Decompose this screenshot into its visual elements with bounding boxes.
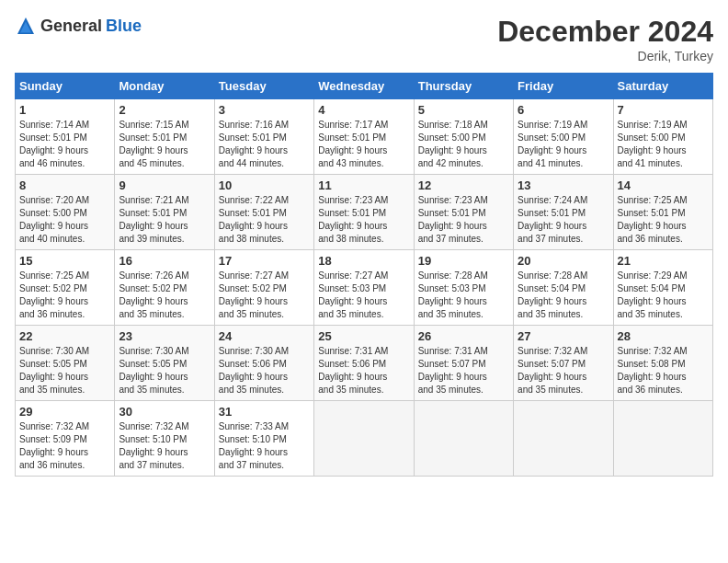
day-number: 5 (418, 103, 509, 117)
calendar-cell: 18Sunrise: 7:27 AM Sunset: 5:03 PM Dayli… (314, 250, 414, 326)
calendar-cell: 23Sunrise: 7:30 AM Sunset: 5:05 PM Dayli… (115, 326, 214, 401)
calendar-cell: 28Sunrise: 7:32 AM Sunset: 5:08 PM Dayli… (613, 326, 712, 401)
calendar-cell: 16Sunrise: 7:26 AM Sunset: 5:02 PM Dayli… (115, 250, 214, 326)
calendar-week-row: 29Sunrise: 7:32 AM Sunset: 5:09 PM Dayli… (16, 401, 713, 477)
calendar-cell: 24Sunrise: 7:30 AM Sunset: 5:06 PM Dayli… (214, 326, 313, 401)
weekday-header-thursday: Thursday (414, 74, 513, 99)
location-title: Derik, Turkey (497, 49, 713, 63)
weekday-header-friday: Friday (514, 74, 613, 99)
day-info: Sunrise: 7:32 AM Sunset: 5:07 PM Dayligh… (518, 345, 609, 396)
day-number: 4 (318, 103, 409, 117)
calendar-body: 1Sunrise: 7:14 AM Sunset: 5:01 PM Daylig… (16, 99, 713, 477)
day-info: Sunrise: 7:21 AM Sunset: 5:01 PM Dayligh… (119, 194, 210, 246)
day-number: 7 (618, 103, 709, 117)
calendar-cell: 29Sunrise: 7:32 AM Sunset: 5:09 PM Dayli… (16, 401, 115, 477)
day-number: 20 (518, 254, 609, 268)
day-number: 6 (518, 103, 609, 117)
day-info: Sunrise: 7:30 AM Sunset: 5:05 PM Dayligh… (119, 345, 210, 396)
weekday-header-tuesday: Tuesday (214, 74, 313, 99)
calendar-cell: 6Sunrise: 7:19 AM Sunset: 5:00 PM Daylig… (514, 99, 613, 175)
calendar-week-row: 15Sunrise: 7:25 AM Sunset: 5:02 PM Dayli… (16, 250, 713, 326)
day-number: 10 (219, 178, 310, 192)
day-info: Sunrise: 7:26 AM Sunset: 5:02 PM Dayligh… (119, 270, 210, 321)
logo-icon (15, 15, 37, 37)
calendar-cell: 21Sunrise: 7:29 AM Sunset: 5:04 PM Dayli… (613, 250, 712, 326)
day-number: 15 (19, 254, 110, 268)
calendar-cell: 15Sunrise: 7:25 AM Sunset: 5:02 PM Dayli… (16, 250, 115, 326)
day-number: 30 (119, 405, 210, 419)
day-info: Sunrise: 7:17 AM Sunset: 5:01 PM Dayligh… (318, 119, 409, 170)
day-info: Sunrise: 7:19 AM Sunset: 5:00 PM Dayligh… (618, 119, 709, 170)
calendar-cell: 7Sunrise: 7:19 AM Sunset: 5:00 PM Daylig… (613, 99, 712, 175)
day-number: 29 (19, 405, 110, 419)
calendar-cell: 19Sunrise: 7:28 AM Sunset: 5:03 PM Dayli… (414, 250, 513, 326)
calendar-cell: 20Sunrise: 7:28 AM Sunset: 5:04 PM Dayli… (514, 250, 613, 326)
calendar-cell (414, 401, 513, 477)
calendar-week-row: 8Sunrise: 7:20 AM Sunset: 5:00 PM Daylig… (16, 175, 713, 250)
logo-general: General (40, 17, 102, 36)
calendar-table: SundayMondayTuesdayWednesdayThursdayFrid… (15, 73, 713, 477)
day-info: Sunrise: 7:20 AM Sunset: 5:00 PM Dayligh… (19, 194, 110, 246)
day-number: 24 (219, 329, 310, 343)
calendar-cell: 22Sunrise: 7:30 AM Sunset: 5:05 PM Dayli… (16, 326, 115, 401)
day-number: 21 (618, 254, 709, 268)
day-number: 18 (318, 254, 409, 268)
calendar-cell: 12Sunrise: 7:23 AM Sunset: 5:01 PM Dayli… (414, 175, 513, 250)
calendar-cell (314, 401, 414, 477)
day-number: 31 (219, 405, 310, 419)
weekday-header-wednesday: Wednesday (314, 74, 414, 99)
day-info: Sunrise: 7:24 AM Sunset: 5:01 PM Dayligh… (518, 194, 609, 246)
calendar-week-row: 1Sunrise: 7:14 AM Sunset: 5:01 PM Daylig… (16, 99, 713, 175)
calendar-cell (613, 401, 712, 477)
calendar-cell: 13Sunrise: 7:24 AM Sunset: 5:01 PM Dayli… (514, 175, 613, 250)
calendar-cell: 30Sunrise: 7:32 AM Sunset: 5:10 PM Dayli… (115, 401, 214, 477)
day-number: 25 (318, 329, 409, 343)
day-info: Sunrise: 7:15 AM Sunset: 5:01 PM Dayligh… (119, 119, 210, 170)
calendar-cell: 31Sunrise: 7:33 AM Sunset: 5:10 PM Dayli… (214, 401, 313, 477)
calendar-week-row: 22Sunrise: 7:30 AM Sunset: 5:05 PM Dayli… (16, 326, 713, 401)
calendar-cell: 4Sunrise: 7:17 AM Sunset: 5:01 PM Daylig… (314, 99, 414, 175)
day-info: Sunrise: 7:31 AM Sunset: 5:07 PM Dayligh… (418, 345, 509, 396)
calendar-cell: 5Sunrise: 7:18 AM Sunset: 5:00 PM Daylig… (414, 99, 513, 175)
month-title: December 2024 (497, 15, 713, 49)
day-info: Sunrise: 7:30 AM Sunset: 5:06 PM Dayligh… (219, 345, 310, 396)
day-info: Sunrise: 7:23 AM Sunset: 5:01 PM Dayligh… (318, 194, 409, 246)
calendar-cell (514, 401, 613, 477)
day-info: Sunrise: 7:14 AM Sunset: 5:01 PM Dayligh… (19, 119, 110, 170)
calendar-cell: 14Sunrise: 7:25 AM Sunset: 5:01 PM Dayli… (613, 175, 712, 250)
day-info: Sunrise: 7:29 AM Sunset: 5:04 PM Dayligh… (618, 270, 709, 321)
day-number: 22 (19, 329, 110, 343)
day-info: Sunrise: 7:30 AM Sunset: 5:05 PM Dayligh… (19, 345, 110, 396)
day-number: 11 (318, 178, 409, 192)
calendar-cell: 27Sunrise: 7:32 AM Sunset: 5:07 PM Dayli… (514, 326, 613, 401)
calendar-cell: 1Sunrise: 7:14 AM Sunset: 5:01 PM Daylig… (16, 99, 115, 175)
day-number: 26 (418, 329, 509, 343)
logo-blue: Blue (106, 17, 142, 36)
calendar-header-row: SundayMondayTuesdayWednesdayThursdayFrid… (16, 74, 713, 99)
day-info: Sunrise: 7:25 AM Sunset: 5:02 PM Dayligh… (19, 270, 110, 321)
day-number: 14 (618, 178, 709, 192)
calendar-cell: 2Sunrise: 7:15 AM Sunset: 5:01 PM Daylig… (115, 99, 214, 175)
day-info: Sunrise: 7:25 AM Sunset: 5:01 PM Dayligh… (618, 194, 709, 246)
day-info: Sunrise: 7:16 AM Sunset: 5:01 PM Dayligh… (219, 119, 310, 170)
day-number: 23 (119, 329, 210, 343)
weekday-header-monday: Monday (115, 74, 214, 99)
day-info: Sunrise: 7:22 AM Sunset: 5:01 PM Dayligh… (219, 194, 310, 246)
day-number: 8 (19, 178, 110, 192)
calendar-cell: 3Sunrise: 7:16 AM Sunset: 5:01 PM Daylig… (214, 99, 313, 175)
day-number: 27 (518, 329, 609, 343)
calendar-cell: 17Sunrise: 7:27 AM Sunset: 5:02 PM Dayli… (214, 250, 313, 326)
day-number: 16 (119, 254, 210, 268)
day-info: Sunrise: 7:18 AM Sunset: 5:00 PM Dayligh… (418, 119, 509, 170)
day-number: 13 (518, 178, 609, 192)
logo: GeneralBlue (15, 15, 142, 37)
day-info: Sunrise: 7:32 AM Sunset: 5:10 PM Dayligh… (119, 420, 210, 472)
day-info: Sunrise: 7:23 AM Sunset: 5:01 PM Dayligh… (418, 194, 509, 246)
page-header: GeneralBlue December 2024 Derik, Turkey (15, 15, 713, 63)
day-info: Sunrise: 7:19 AM Sunset: 5:00 PM Dayligh… (518, 119, 609, 170)
day-info: Sunrise: 7:33 AM Sunset: 5:10 PM Dayligh… (219, 420, 310, 472)
day-number: 19 (418, 254, 509, 268)
calendar-cell: 10Sunrise: 7:22 AM Sunset: 5:01 PM Dayli… (214, 175, 313, 250)
calendar-cell: 11Sunrise: 7:23 AM Sunset: 5:01 PM Dayli… (314, 175, 414, 250)
calendar-cell: 8Sunrise: 7:20 AM Sunset: 5:00 PM Daylig… (16, 175, 115, 250)
